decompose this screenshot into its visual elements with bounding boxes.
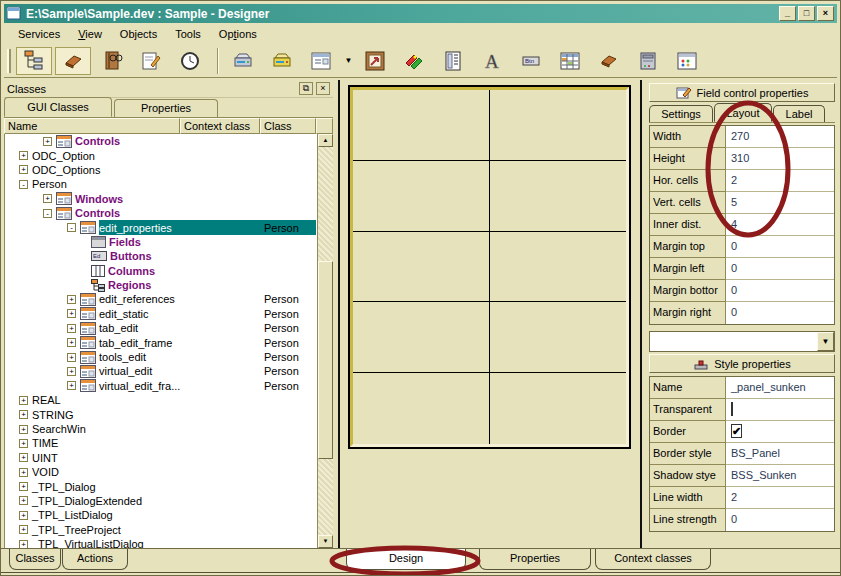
design-grid-cell[interactable] xyxy=(353,232,490,303)
design-grid-cell[interactable] xyxy=(353,90,490,161)
tree-row-controls[interactable]: +Controls xyxy=(6,134,316,148)
tree-row-controls[interactable]: -Controls xyxy=(6,206,316,220)
expand-icon[interactable]: + xyxy=(19,511,28,520)
tree-scrollbar[interactable]: ▲ ▼ xyxy=(317,134,333,548)
tree-row-odc_options[interactable]: +ODC_Options xyxy=(6,163,316,177)
tree-row-searchwin[interactable]: +SearchWin xyxy=(6,422,316,436)
font-toolbar-button[interactable]: A xyxy=(474,47,510,75)
menu-item-tools[interactable]: Tools xyxy=(167,26,209,42)
tree-row-virtual_edit_fra...[interactable]: +virtual_edit_fra...Person xyxy=(6,379,316,393)
scroll-up-button[interactable]: ▲ xyxy=(318,134,333,147)
bottom-tab-design[interactable]: Design xyxy=(346,549,466,570)
design-grid-cell[interactable] xyxy=(353,373,490,444)
float-panel-button[interactable]: ⧉ xyxy=(299,82,313,95)
property-value[interactable]: 0 xyxy=(726,258,834,280)
clock-toolbar-button[interactable] xyxy=(172,47,208,75)
tree-row-edit_properties[interactable]: -edit_propertiesPerson xyxy=(6,220,316,234)
expand-icon[interactable]: + xyxy=(67,295,76,304)
eraser-brown-toolbar-button[interactable] xyxy=(591,47,627,75)
tab-properties[interactable]: Properties xyxy=(114,99,218,117)
tree-row-columns[interactable]: Columns xyxy=(6,264,316,278)
tree-row-_tpl_virtuallistdialog[interactable]: +_TPL_VirtualListDialog xyxy=(6,537,316,548)
bottom-tab-classes[interactable]: Classes xyxy=(9,549,61,570)
collapse-icon[interactable]: - xyxy=(43,209,52,218)
expand-icon[interactable]: + xyxy=(19,540,28,548)
design-grid-cell[interactable] xyxy=(490,161,627,232)
tree-row-edit_references[interactable]: +edit_referencesPerson xyxy=(6,292,316,306)
property-value[interactable]: 0 xyxy=(726,236,834,258)
toolbar-grip[interactable] xyxy=(7,49,11,73)
tree-row-fields[interactable]: Fields xyxy=(6,235,316,249)
design-grid-cell[interactable] xyxy=(490,90,627,161)
property-value[interactable]: 0 xyxy=(726,509,834,531)
property-value[interactable]: 5 xyxy=(726,192,834,214)
report-toolbar-button[interactable] xyxy=(435,47,471,75)
server-toolbar-button[interactable] xyxy=(630,47,666,75)
book-toolbar-button[interactable] xyxy=(94,47,130,75)
expand-icon[interactable]: + xyxy=(19,439,28,448)
property-value[interactable]: 4 xyxy=(726,214,834,236)
menu-item-objects[interactable]: Objects xyxy=(112,26,165,42)
tree-row-windows[interactable]: +Windows xyxy=(6,192,316,206)
property-value[interactable]: 0 xyxy=(726,302,834,324)
edit-note-toolbar-button[interactable] xyxy=(133,47,169,75)
tree-row-regions[interactable]: Regions xyxy=(6,278,316,292)
menu-item-view[interactable]: View xyxy=(70,26,110,42)
tab-gui-classes[interactable]: GUI Classes xyxy=(4,97,112,117)
expand-icon[interactable]: + xyxy=(19,496,28,505)
bottom-tab-context-classes[interactable]: Context classes xyxy=(595,549,711,570)
expand-icon[interactable]: + xyxy=(19,468,28,477)
expand-icon[interactable]: + xyxy=(19,396,28,405)
tree-view-toolbar-button[interactable] xyxy=(16,47,52,75)
tree-row-tab_edit[interactable]: +tab_editPerson xyxy=(6,321,316,335)
collapse-icon[interactable]: - xyxy=(19,180,28,189)
tree-row-real[interactable]: +REAL xyxy=(6,393,316,407)
expand-icon[interactable]: + xyxy=(19,453,28,462)
expand-icon[interactable]: + xyxy=(19,425,28,434)
close-button[interactable]: × xyxy=(817,6,834,21)
tree-row-_tpl_dialog[interactable]: +_TPL_Dialog xyxy=(6,479,316,493)
tree-row-tools_edit[interactable]: +tools_editPerson xyxy=(6,350,316,364)
style-properties-button[interactable]: Style properties xyxy=(649,354,835,373)
menu-item-services[interactable]: Services xyxy=(10,26,68,42)
expand-icon[interactable]: + xyxy=(43,137,52,146)
collapse-icon[interactable]: - xyxy=(67,223,76,232)
scroll-down-button[interactable]: ▼ xyxy=(318,535,333,548)
tree-row-_tpl_dialogextended[interactable]: +_TPL_DialogExtended xyxy=(6,494,316,508)
column-header-class[interactable]: Class xyxy=(260,118,316,134)
tab-settings[interactable]: Settings xyxy=(649,105,713,122)
mini-button-toolbar-button[interactable]: Btn xyxy=(513,47,549,75)
bottom-tab-properties[interactable]: Properties xyxy=(479,549,591,570)
expand-icon[interactable]: + xyxy=(43,194,52,203)
image-toolbar-button[interactable] xyxy=(357,47,393,75)
minimize-button[interactable]: _ xyxy=(779,6,796,21)
expand-icon[interactable]: + xyxy=(67,309,76,318)
property-value[interactable]: ✔ xyxy=(726,421,834,443)
scrollbar-thumb[interactable] xyxy=(318,261,333,459)
design-surface[interactable] xyxy=(348,85,631,449)
dialog-toolbar-button[interactable] xyxy=(669,47,705,75)
expand-icon[interactable]: + xyxy=(19,482,28,491)
tree-row-string[interactable]: +STRING xyxy=(6,407,316,421)
bottom-tab-actions[interactable]: Actions xyxy=(62,549,128,570)
tree-row-person[interactable]: -Person xyxy=(6,177,316,191)
drive-gray-toolbar-button[interactable] xyxy=(225,47,261,75)
tree-row-time[interactable]: +TIME xyxy=(6,436,316,450)
tree-row-virtual_edit[interactable]: +virtual_editPerson xyxy=(6,364,316,378)
column-header-name[interactable]: Name xyxy=(4,118,180,134)
field-control-properties-button[interactable]: Field control properties xyxy=(649,83,835,102)
expand-icon[interactable]: + xyxy=(67,381,76,390)
property-value[interactable]: BS_Panel xyxy=(726,443,834,465)
drive-yellow-toolbar-button[interactable] xyxy=(264,47,300,75)
design-grid-cell[interactable] xyxy=(353,161,490,232)
property-value[interactable]: 0 xyxy=(726,280,834,302)
tree-row-edit_static[interactable]: +edit_staticPerson xyxy=(6,307,316,321)
table-toolbar-button[interactable] xyxy=(552,47,588,75)
expand-icon[interactable]: + xyxy=(67,353,76,362)
tree-row-_tpl_treeproject[interactable]: +_TPL_TreeProject xyxy=(6,523,316,537)
tree-row-uint[interactable]: +UINT xyxy=(6,451,316,465)
app-icon[interactable] xyxy=(7,7,21,20)
chevron-down-icon[interactable]: ▼ xyxy=(817,332,834,351)
tab-label[interactable]: Label xyxy=(773,105,825,122)
design-grid-cell[interactable] xyxy=(490,373,627,444)
